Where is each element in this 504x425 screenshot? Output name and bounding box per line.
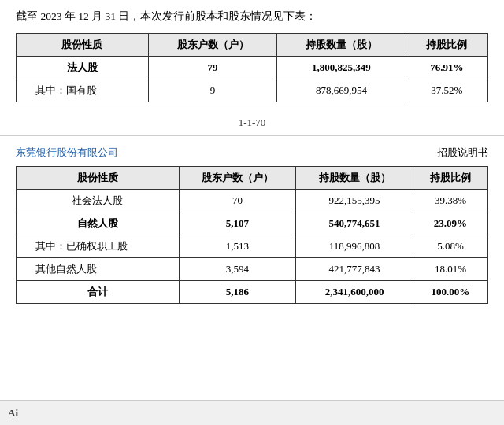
page-number: 1-1-70 [0,109,504,135]
shareholders-cell: 5,107 [179,212,296,235]
shares-cell: 922,155,395 [296,189,413,212]
ratio-cell: 76.91% [406,56,487,79]
bot-col-3: 持股数量（股） [296,166,413,189]
bottom-table: 股份性质 股东户数（户） 持股数量（股） 持股比例 社会法人股70922,155… [16,166,488,304]
shares-cell: 1,800,825,349 [277,56,406,79]
type-cell: 其中：国有股 [17,79,149,102]
company-name[interactable]: 东莞银行股份有限公司 [16,146,118,160]
ratio-cell: 23.09% [413,212,487,235]
ai-label: Ai [8,407,18,419]
shareholders-cell: 79 [148,56,276,79]
toolbar: Ai [0,400,504,425]
bottom-section: 东莞银行股份有限公司 招股说明书 股份性质 股东户数（户） 持股数量（股） 持股… [0,142,504,310]
doc-type: 招股说明书 [437,146,488,160]
shareholders-cell: 70 [179,189,296,212]
shareholders-cell: 3,594 [179,257,296,280]
type-cell: 合计 [17,280,180,303]
ratio-cell: 18.01% [413,257,487,280]
ratio-cell: 37.52% [406,79,487,102]
shareholders-cell: 1,513 [179,235,296,257]
top-table: 股份性质 股东户数（户） 持股数量（股） 持股比例 法人股791,800,825… [16,33,488,102]
ratio-cell: 5.08% [413,235,487,257]
bot-col-4: 持股比例 [413,166,487,189]
type-cell: 其他自然人股 [17,257,180,280]
section-divider [0,135,504,136]
shares-cell: 540,774,651 [296,212,413,235]
shares-cell: 421,777,843 [296,257,413,280]
shares-cell: 118,996,808 [296,235,413,257]
top-col-2: 股东户数（户） [148,33,276,56]
doc-header: 东莞银行股份有限公司 招股说明书 [16,146,488,160]
bot-col-1: 股份性质 [17,166,180,189]
table-row: 自然人股5,107540,774,65123.09% [17,212,488,235]
top-col-1: 股份性质 [17,33,149,56]
shares-cell: 2,341,600,000 [296,280,413,303]
bot-col-2: 股东户数（户） [179,166,296,189]
intro-text: 截至 2023 年 12 月 31 日，本次发行前股本和股东情况见下表： [16,8,488,25]
table-row: 其中：国有股9878,669,95437.52% [17,79,488,102]
table-row: 其中：已确权职工股1,513118,996,8085.08% [17,235,488,257]
top-section: 截至 2023 年 12 月 31 日，本次发行前股本和股东情况见下表： 股份性… [0,0,504,109]
table-row: 社会法人股70922,155,39539.38% [17,189,488,212]
table-row: 其他自然人股3,594421,777,84318.01% [17,257,488,280]
shareholders-cell: 5,186 [179,280,296,303]
shareholders-cell: 9 [148,79,276,102]
type-cell: 法人股 [17,56,149,79]
type-cell: 社会法人股 [17,189,180,212]
type-cell: 自然人股 [17,212,180,235]
ratio-cell: 39.38% [413,189,487,212]
table-row: 法人股791,800,825,34976.91% [17,56,488,79]
top-col-3: 持股数量（股） [277,33,406,56]
table-row: 合计5,1862,341,600,000100.00% [17,280,488,303]
top-col-4: 持股比例 [406,33,487,56]
type-cell: 其中：已确权职工股 [17,235,180,257]
shares-cell: 878,669,954 [277,79,406,102]
ratio-cell: 100.00% [413,280,487,303]
